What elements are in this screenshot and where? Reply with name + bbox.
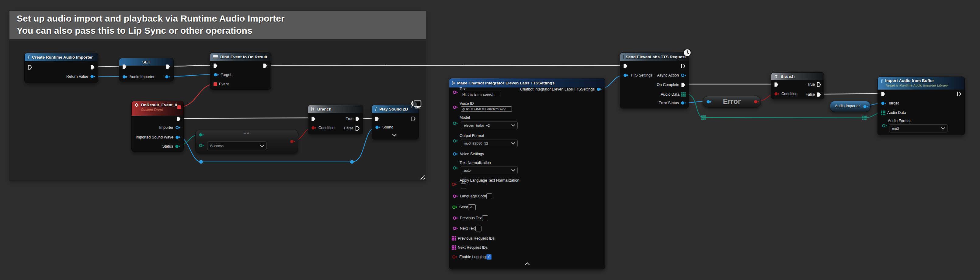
enable-logging-checkbox[interactable]	[486, 254, 492, 259]
node-bind-event-to-on-result[interactable]: Bind Event to On Result Target Event	[210, 52, 271, 90]
voice-id-pin[interactable]	[453, 104, 458, 110]
exec-out-pin[interactable]	[177, 116, 181, 122]
audio-format-pin[interactable]	[882, 123, 887, 128]
node-create-runtime-audio-importer[interactable]: ƒCreate Runtime Audio Importer Return Va…	[24, 53, 98, 83]
text-normalization-dropdown[interactable]: auto	[461, 166, 518, 174]
exec-in-pin[interactable]	[774, 82, 779, 87]
node-send-elevenlabs-tts-request[interactable]: Send ElevenLabs TTS Request TTS Settings…	[620, 52, 689, 108]
target-pin[interactable]: Target	[881, 101, 899, 106]
node-onresult-custom-event[interactable]: OnResult_Event_0 Custom Event Importer I…	[131, 101, 184, 152]
node-make-chatbot-tts-settings[interactable]: }=Make Chatbot Integrator Eleven Labs TT…	[449, 78, 605, 269]
audio-importer-out-pin[interactable]	[165, 74, 170, 79]
apply-language-text-normalization-checkbox[interactable]	[461, 184, 466, 189]
next-text-pin[interactable]: Next Text	[453, 226, 476, 231]
node-import-audio-from-buffer[interactable]: ƒ Import Audio from Buffer Target is Run…	[878, 76, 965, 135]
node-play-sound-2d[interactable]: ƒPlay Sound 2D Sound	[372, 105, 419, 139]
error-output-pin[interactable]	[754, 99, 759, 104]
equal-result-pin[interactable]	[290, 139, 295, 144]
comment-resize-handle[interactable]	[420, 175, 425, 179]
collapse-node-chevron[interactable]	[525, 263, 530, 267]
node-header[interactable]: ƒ Import Audio from Buffer Target is Run…	[878, 77, 964, 90]
async-action-pin[interactable]: Async Action	[657, 73, 686, 78]
node-header[interactable]: ƒCreate Runtime Audio Importer	[25, 53, 98, 61]
importer-pin[interactable]: Importer	[159, 125, 181, 130]
exec-in-pin[interactable]	[213, 63, 218, 68]
tts-settings-out-pin[interactable]: Chatbot Integrator Eleven Labs TTSSettin…	[520, 87, 602, 92]
equal-input-b-pin[interactable]	[199, 143, 204, 148]
previous-request-ids-pin[interactable]: Previous Request IDs	[452, 236, 495, 241]
true-exec-pin[interactable]: True	[807, 82, 821, 87]
node-header[interactable]: SET	[119, 58, 173, 66]
seed-pin[interactable]: Seed	[452, 204, 468, 210]
false-exec-pin[interactable]: False	[344, 125, 360, 131]
language-code-field[interactable]	[486, 193, 492, 199]
exec-out-pin[interactable]	[263, 63, 267, 68]
apply-language-text-normalization-pin[interactable]	[451, 182, 457, 187]
seed-field[interactable]: -1	[468, 204, 476, 210]
enable-logging-pin[interactable]: Enable Logging	[452, 254, 486, 259]
output-format-dropdown[interactable]: mp3_22050_32	[461, 139, 518, 147]
exec-out-pin[interactable]	[681, 63, 686, 69]
exec-out-pin[interactable]	[411, 116, 416, 122]
next-text-field[interactable]	[476, 226, 482, 231]
previous-text-field[interactable]	[482, 215, 488, 221]
voice-id-field[interactable]: gOkFV1JMCt0G0n9xmBwV	[461, 106, 512, 112]
exec-in-pin[interactable]	[623, 63, 628, 69]
node-branch-2[interactable]: Branch Condition True False	[771, 72, 824, 99]
exec-in-pin[interactable]	[122, 64, 127, 69]
node-header[interactable]: OnResult_Event_0 Custom Event	[132, 101, 183, 116]
node-equal-enum[interactable]: == Success	[195, 130, 298, 153]
node-get-audio-importer[interactable]: Audio Importer	[830, 101, 870, 112]
expand-node-chevron[interactable]	[392, 132, 397, 137]
delegate-out-pin[interactable]	[177, 104, 181, 110]
imported-sound-wave-pin[interactable]: Imported Sound Wave	[136, 134, 181, 140]
false-exec-pin[interactable]: False	[805, 92, 821, 97]
node-header[interactable]: Send ElevenLabs TTS Request	[620, 53, 689, 61]
sound-pin[interactable]: Sound	[375, 125, 393, 130]
node-header[interactable]: Bind Event to On Result	[210, 53, 271, 61]
event-delegate-pin[interactable]: Event	[213, 81, 229, 87]
model-dropdown[interactable]: eleven_turbo_v2	[461, 121, 518, 130]
tts-settings-pin[interactable]: TTS Settings	[623, 73, 652, 78]
audio-data-pin[interactable]: Audio Data	[661, 92, 686, 97]
comment-header[interactable]: Set up audio import and playback via Run…	[10, 11, 426, 39]
previous-text-pin[interactable]: Previous Text	[453, 215, 483, 221]
audio-importer-in-pin[interactable]: Audio Importer	[122, 74, 154, 79]
model-pin[interactable]	[453, 120, 458, 126]
node-set-audio-importer[interactable]: SET Audio Importer	[119, 58, 174, 81]
exec-out-pin[interactable]	[957, 91, 961, 96]
target-pin[interactable]: Target	[213, 72, 231, 78]
equal-input-a-pin[interactable]	[199, 132, 204, 138]
true-exec-pin[interactable]: True	[346, 116, 360, 122]
exec-out-pin[interactable]	[90, 64, 95, 70]
language-code-pin[interactable]: Language Code	[453, 193, 487, 199]
exec-in-pin[interactable]	[881, 91, 885, 96]
on-complete-exec-pin[interactable]: On Complete	[657, 82, 686, 87]
node-error-compact[interactable]: Error	[703, 96, 761, 108]
node-header[interactable]: }=Make Chatbot Integrator Eleven Labs TT…	[449, 78, 605, 87]
audio-format-dropdown[interactable]: mp3	[889, 124, 947, 133]
condition-pin[interactable]: Condition	[311, 125, 334, 131]
node-header[interactable]: Branch	[772, 73, 824, 80]
blueprint-graph-canvas[interactable]: Set up audio import and playback via Run…	[0, 0, 980, 280]
audio-data-pin[interactable]: Audio Data	[881, 110, 906, 115]
text-normalization-pin[interactable]	[453, 165, 458, 171]
text-pin[interactable]	[453, 90, 458, 95]
voice-settings-pin[interactable]: Voice Settings	[453, 151, 484, 157]
error-input-pin[interactable]	[706, 99, 712, 104]
text-field[interactable]: Hi, this is my speech	[461, 92, 500, 97]
error-status-pin[interactable]: Error Status	[659, 100, 686, 106]
exec-in-pin[interactable]	[375, 116, 379, 122]
node-header[interactable]: Branch	[308, 105, 363, 113]
enum-value-dropdown[interactable]: Success	[207, 141, 266, 150]
node-branch-1[interactable]: Branch Condition True False	[308, 105, 363, 134]
return-value-pin[interactable]: Return Value	[66, 74, 95, 79]
exec-in-pin[interactable]	[28, 64, 32, 70]
variable-out-pin[interactable]	[863, 104, 869, 109]
output-format-pin[interactable]	[453, 138, 458, 144]
status-pin[interactable]: Status	[162, 144, 180, 149]
condition-pin[interactable]: Condition	[774, 91, 797, 96]
exec-in-pin[interactable]	[311, 116, 316, 122]
next-request-ids-pin[interactable]: Next Request IDs	[452, 245, 488, 250]
exec-out-pin[interactable]	[166, 64, 170, 69]
